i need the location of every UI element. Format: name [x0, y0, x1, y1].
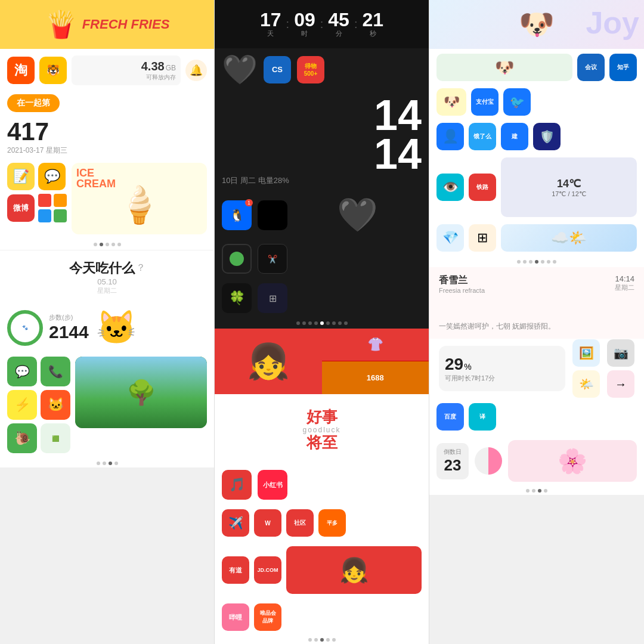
message-icon[interactable]: 💬 [38, 163, 66, 190]
qq-icon[interactable]: 🐧 1 [222, 200, 252, 230]
brand-sale-icon[interactable]: 唯品会品牌 [254, 603, 281, 631]
contacts-icon[interactable]: 👤 [436, 123, 464, 150]
cs-icon[interactable]: CS [264, 56, 291, 83]
dot-5[interactable] [117, 243, 121, 246]
baidu-icon[interactable]: 百度 [436, 403, 464, 431]
cdot2-4[interactable] [326, 638, 330, 642]
diamond-icon[interactable]: 💎 [436, 224, 464, 252]
capcut-icon[interactable]: ✂️ [258, 244, 287, 274]
clock-sec: 21 [362, 10, 383, 29]
what-to-eat-widget[interactable]: 今天吃什么 ？ 05.10 星期二 [0, 250, 214, 304]
mini-app-4[interactable] [54, 209, 67, 222]
netease-icon[interactable]: 🎵 [222, 470, 252, 500]
milky-card-widget[interactable]: 👧 [286, 546, 422, 594]
c3d2-3[interactable] [538, 489, 541, 493]
mini-app-3[interactable] [38, 209, 51, 222]
c3d2-1[interactable] [526, 489, 530, 493]
clover-icon[interactable]: 🍀 [222, 283, 252, 313]
alert-icon[interactable]: 🔔 [185, 60, 207, 81]
cdot-9[interactable] [344, 321, 348, 325]
c3dot-1[interactable] [517, 260, 521, 264]
w-app-icon[interactable]: W [254, 509, 281, 537]
cdot-2[interactable] [302, 321, 306, 325]
cdot2-5[interactable] [332, 638, 336, 642]
eye-icon[interactable]: 👁️ [436, 174, 464, 201]
dot-b[interactable] [103, 462, 106, 465]
meituan-icon[interactable]: 🐯 [39, 57, 67, 84]
cdot-7[interactable] [332, 321, 336, 325]
secure-icon[interactable]: 🛡️ [533, 123, 561, 150]
weather-widget[interactable]: 14℃ 17℃ / 12℃ [501, 157, 637, 217]
cdot-1[interactable] [296, 321, 300, 325]
shop-1688-widget[interactable]: 1688 [322, 361, 429, 394]
wechat-icon[interactable]: 💬 [7, 357, 37, 386]
cdot-4[interactable] [314, 321, 318, 325]
cdot2-2[interactable] [314, 638, 318, 642]
c3dot-3[interactable] [529, 260, 532, 264]
ele-icon[interactable]: 饿了么 [469, 123, 496, 150]
mini-app-1[interactable] [38, 194, 51, 207]
shop-1688-icon[interactable]: 得物500+ [297, 56, 324, 83]
tiktok-icon[interactable]: ♪ [258, 200, 287, 230]
c3dot-7[interactable] [553, 260, 556, 264]
c3d2-2[interactable] [532, 489, 535, 493]
c3dot-4[interactable] [535, 260, 538, 264]
notes-icon[interactable]: 📝 [7, 163, 35, 190]
c3dot-6[interactable] [547, 260, 550, 264]
photos-icon[interactable]: 🖼️ [572, 339, 600, 367]
dot-1[interactable] [94, 243, 97, 246]
weibo-icon[interactable]: 微博 [7, 194, 35, 222]
dot-3[interactable] [106, 243, 109, 246]
milky-widget[interactable]: 👧 [215, 329, 322, 394]
weather-sunny-widget[interactable]: ☁️🌤️ [501, 224, 637, 252]
cdot-8[interactable] [338, 321, 342, 325]
shop-grid-icon[interactable]: 平多 [318, 509, 346, 537]
jianzi-icon[interactable]: 建 [501, 123, 528, 150]
together-button[interactable]: 在一起第 [7, 94, 60, 112]
mini-app-2[interactable] [54, 194, 67, 207]
cdot-5[interactable] [320, 321, 324, 325]
green-circle-icon[interactable] [222, 244, 252, 274]
cdot-3[interactable] [308, 321, 312, 325]
alipay-icon[interactable]: 支付宝 [471, 88, 499, 116]
qq-badge: 1 [245, 199, 253, 206]
what-eat-date: 05.10 [97, 277, 117, 286]
zhihu-icon[interactable]: 知乎 [609, 54, 637, 81]
grid4-icon[interactable]: ⊞ [469, 224, 496, 252]
dot-d[interactable] [114, 462, 118, 465]
xiaohongshu-icon[interactable]: 小红书 [258, 470, 287, 500]
c3d2-4[interactable] [544, 489, 547, 493]
youdao-icon[interactable]: 有道 [222, 556, 249, 584]
goodluck-cn1: 好事 [306, 408, 338, 426]
translate-icon[interactable]: 译 [469, 403, 496, 431]
flight-icon[interactable]: ✈️ [222, 509, 249, 537]
cdot2-1[interactable] [308, 638, 312, 642]
feishu-icon[interactable]: 🐦 [503, 88, 531, 116]
dot-a[interactable] [97, 462, 100, 465]
bolt-icon[interactable]: ⚡ [7, 390, 37, 420]
multi-app-icon[interactable]: ⊞ [258, 283, 287, 313]
c3dot-5[interactable] [541, 260, 544, 264]
dot-4[interactable] [112, 243, 115, 246]
community-icon[interactable]: 社区 [286, 509, 314, 537]
railway-icon[interactable]: 铁路 [469, 174, 496, 201]
weather-small-icon[interactable]: 🌤️ [572, 370, 600, 398]
phone-icon[interactable]: 📞 [41, 357, 70, 386]
taobao-red-icon[interactable]: 👚 [322, 329, 429, 361]
dot-c[interactable] [109, 462, 112, 465]
cdot2-3[interactable] [320, 638, 324, 642]
meeting-icon[interactable]: 会议 [577, 54, 605, 81]
arrow-icon[interactable]: → [607, 370, 634, 398]
cdot-6[interactable] [326, 321, 330, 325]
snail-icon[interactable]: 🐌 [7, 423, 37, 453]
miaowa-icon[interactable]: 🐱 [41, 390, 70, 420]
dot-2[interactable] [100, 243, 103, 246]
apps-row-1: 淘 🐯 4.38 GB 可释放内存 🔔 [0, 49, 214, 92]
twobox-icon[interactable]: 🟩 [41, 423, 70, 453]
jd-icon[interactable]: JD.COM [254, 556, 281, 584]
shop-icons-col: 👚 1688 [322, 329, 429, 394]
camera-icon[interactable]: 📷 [607, 339, 634, 367]
taobao-icon[interactable]: 淘 [7, 57, 35, 84]
c3dot-2[interactable] [523, 260, 527, 264]
bilibili-icon[interactable]: 哔哩 [222, 603, 249, 631]
